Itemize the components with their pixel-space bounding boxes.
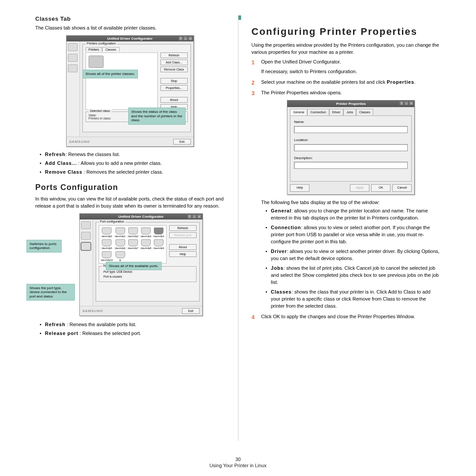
desc-add-class: : Allows you to add a new printer class. bbox=[77, 160, 162, 166]
port-item[interactable]: /dev/mfp1 bbox=[115, 235, 126, 238]
tabs-intro: The following five tabs display at the t… bbox=[261, 199, 441, 206]
window-title: Unified Driver Configurator bbox=[107, 37, 152, 41]
step-text-post: . bbox=[414, 79, 416, 85]
printers-icon[interactable] bbox=[81, 221, 91, 229]
name-input[interactable] bbox=[294, 126, 408, 133]
window-titlebar: Unified Driver Configurator ?–× bbox=[67, 36, 193, 41]
printers-icon[interactable] bbox=[68, 43, 78, 51]
ports-config-heading: Ports Configuration bbox=[35, 183, 225, 192]
port-item[interactable]: /dev/mfp10 bbox=[101, 259, 113, 261]
tab-classes[interactable]: Classes bbox=[102, 47, 119, 52]
fieldset-label: Port configuration bbox=[99, 220, 126, 223]
apply-button[interactable]: Apply bbox=[350, 184, 369, 191]
configure-properties-heading: Configuring Printer Properties bbox=[252, 26, 441, 37]
properties-button[interactable]: Properties... bbox=[160, 85, 188, 91]
step-text: The Printer Properties window opens. bbox=[261, 90, 342, 95]
callout-all-ports: Shows all of the available ports. bbox=[106, 262, 162, 271]
desc-driver: : allows you to view or select another p… bbox=[271, 249, 440, 261]
tab-classes[interactable]: Classes bbox=[356, 109, 373, 115]
classes-intro: The Classes tab shows a list of availabl… bbox=[35, 25, 225, 32]
remove-class-button[interactable]: Remove Class bbox=[160, 67, 188, 72]
chapter-title: Using Your Printer in Linux bbox=[209, 463, 267, 468]
brand-label: SAMSUNG bbox=[69, 140, 90, 144]
tab-connection[interactable]: Connection bbox=[307, 109, 329, 115]
term-add-class: Add Class... bbox=[45, 160, 77, 166]
step-number: 3 bbox=[252, 89, 255, 98]
left-column: Classes Tab The Classes tab shows a list… bbox=[26, 15, 238, 441]
add-class-button[interactable]: Add Class... bbox=[160, 60, 188, 65]
location-label: Location: bbox=[294, 138, 408, 143]
term-properties: Properties bbox=[387, 79, 414, 85]
callout-all-classes: Shows all of the printer classes. bbox=[82, 70, 138, 78]
refresh-button[interactable]: Refresh bbox=[160, 52, 188, 58]
callout-class-status: Shows the status of the class and the nu… bbox=[128, 108, 186, 125]
window-controls[interactable]: ?–× bbox=[178, 36, 193, 41]
brand-label: SAMSUNG bbox=[82, 309, 103, 313]
tab-printers[interactable]: Printers bbox=[86, 47, 102, 52]
port-item[interactable]: /dev/mfp3 bbox=[140, 235, 151, 238]
window-titlebar: Unified Driver Configurator ?–× bbox=[80, 214, 202, 219]
location-input[interactable] bbox=[294, 144, 408, 151]
about-button[interactable]: About bbox=[160, 97, 188, 103]
ports-bullet-list: Refresh : Renews the available ports lis… bbox=[35, 321, 225, 337]
step-2: 2 Select your machine on the available p… bbox=[252, 79, 441, 86]
ok-button[interactable]: OK bbox=[371, 184, 390, 191]
tab-driver[interactable]: Driver bbox=[329, 109, 344, 115]
desc-classes-tab: : shows the class that your printer is i… bbox=[271, 289, 431, 309]
port-item[interactable]: lp bbox=[115, 259, 126, 261]
port-item[interactable]: /dev/mfp5 bbox=[101, 247, 113, 249]
right-column: Configuring Printer Properties Using the… bbox=[238, 15, 450, 441]
stop-button[interactable]: Stop bbox=[160, 78, 188, 84]
port-item[interactable]: /dev/mfp9 bbox=[153, 247, 164, 249]
release-port-button[interactable]: Release port bbox=[169, 232, 197, 238]
term-release-port: Release port bbox=[45, 331, 78, 336]
help-button[interactable]: Help bbox=[290, 184, 309, 191]
refresh-button[interactable]: Refresh bbox=[169, 225, 197, 231]
window-controls[interactable]: ?–× bbox=[187, 214, 201, 219]
port-item[interactable]: /dev/mfp8 bbox=[140, 247, 151, 249]
port-status-info: Port is unused. bbox=[102, 274, 193, 279]
window-controls[interactable]: ?–× bbox=[399, 101, 413, 105]
cancel-button[interactable]: Cancel bbox=[392, 184, 412, 191]
scanners-icon[interactable] bbox=[81, 232, 91, 240]
term-connection: Connection bbox=[271, 225, 301, 230]
step-text: Select your machine on the available pri… bbox=[261, 79, 387, 85]
window-titlebar: Printer Properties ?–× bbox=[287, 100, 414, 108]
name-label: Name: bbox=[294, 119, 408, 125]
tab-jobs[interactable]: Jobs bbox=[343, 109, 356, 115]
device-sidebar[interactable] bbox=[67, 41, 80, 137]
properties-intro: Using the properties window provided by … bbox=[252, 42, 441, 56]
port-item-selected[interactable]: /dev/mfp4 bbox=[153, 235, 164, 238]
ports-intro: In this window, you can view the list of… bbox=[35, 196, 225, 210]
ports-icon[interactable] bbox=[68, 64, 78, 72]
config-tabs[interactable]: Printers Classes bbox=[86, 47, 188, 52]
tab-descriptions: General: allows you to change the printe… bbox=[261, 208, 441, 309]
ports-icon[interactable] bbox=[81, 242, 91, 250]
ports-grid[interactable]: /dev/mfp0 /dev/mfp1 /dev/mfp2 /dev/mfp3 … bbox=[99, 226, 166, 263]
term-remove-class: Remove Class bbox=[45, 169, 82, 175]
window-title: Printer Properties bbox=[336, 102, 366, 106]
window-title: Unified Driver Configurator bbox=[118, 215, 164, 219]
tab-general[interactable]: General bbox=[290, 109, 307, 115]
term-general: General bbox=[271, 208, 292, 213]
desc-refresh: : Renews the classes list. bbox=[66, 152, 120, 157]
description-input[interactable] bbox=[294, 162, 408, 169]
step-text: Open the Unified Driver Configurator. bbox=[261, 59, 341, 64]
classes-list-area[interactable] bbox=[86, 52, 158, 110]
about-button[interactable]: About bbox=[169, 244, 197, 250]
port-item[interactable]: /dev/mfp6 bbox=[115, 247, 126, 249]
help-button[interactable]: Help bbox=[169, 251, 197, 257]
desc-refresh-ports: : Renews the available ports list. bbox=[66, 322, 137, 327]
port-item[interactable]: /dev/mfp0 bbox=[101, 235, 113, 238]
scanners-icon[interactable] bbox=[68, 54, 78, 62]
exit-button[interactable]: Exit bbox=[182, 308, 200, 314]
exit-button[interactable]: Exit bbox=[173, 139, 191, 145]
properties-tabs[interactable]: General Connection Driver Jobs Classes bbox=[290, 109, 412, 115]
port-item[interactable]: /dev/mfp2 bbox=[127, 235, 138, 238]
term-refresh: Refresh bbox=[45, 152, 66, 157]
step-number: 4 bbox=[252, 313, 255, 322]
device-sidebar[interactable] bbox=[80, 219, 93, 306]
port-item[interactable]: /dev/mfp7 bbox=[127, 247, 138, 249]
printer-properties-window: Printer Properties ?–× General Connectio… bbox=[287, 100, 415, 195]
desc-general: : allows you to change the printer locat… bbox=[271, 208, 428, 220]
